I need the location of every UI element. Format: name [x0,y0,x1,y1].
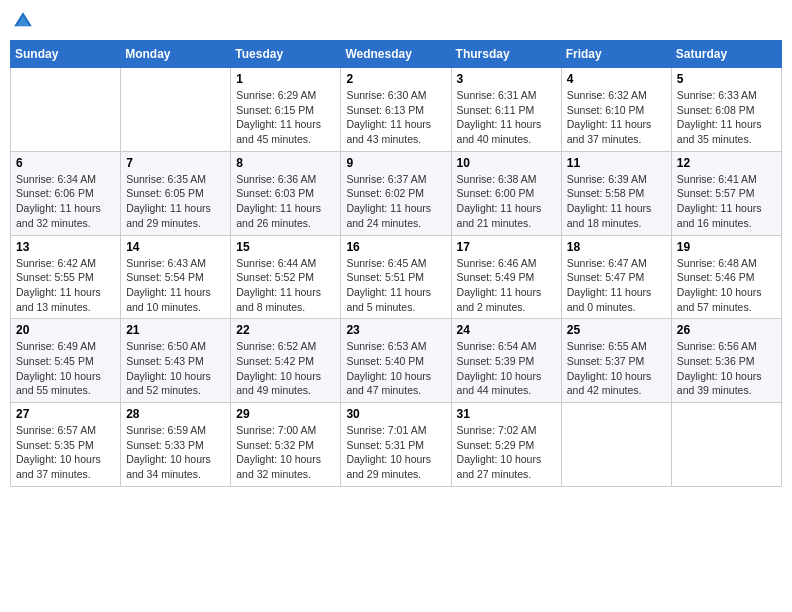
calendar-cell [561,403,671,487]
weekday-header: Sunday [11,41,121,68]
day-info: Sunrise: 6:36 AMSunset: 6:03 PMDaylight:… [236,172,335,231]
calendar-cell: 25 Sunrise: 6:55 AMSunset: 5:37 PMDaylig… [561,319,671,403]
day-number: 23 [346,323,445,337]
day-info: Sunrise: 6:30 AMSunset: 6:13 PMDaylight:… [346,88,445,147]
day-info: Sunrise: 6:48 AMSunset: 5:46 PMDaylight:… [677,256,776,315]
day-number: 7 [126,156,225,170]
day-info: Sunrise: 6:44 AMSunset: 5:52 PMDaylight:… [236,256,335,315]
calendar-cell: 17 Sunrise: 6:46 AMSunset: 5:49 PMDaylig… [451,235,561,319]
calendar-cell: 11 Sunrise: 6:39 AMSunset: 5:58 PMDaylig… [561,151,671,235]
calendar-cell: 23 Sunrise: 6:53 AMSunset: 5:40 PMDaylig… [341,319,451,403]
day-info: Sunrise: 6:55 AMSunset: 5:37 PMDaylight:… [567,339,666,398]
day-number: 16 [346,240,445,254]
calendar-cell: 10 Sunrise: 6:38 AMSunset: 6:00 PMDaylig… [451,151,561,235]
day-info: Sunrise: 7:01 AMSunset: 5:31 PMDaylight:… [346,423,445,482]
calendar-cell: 19 Sunrise: 6:48 AMSunset: 5:46 PMDaylig… [671,235,781,319]
day-info: Sunrise: 6:39 AMSunset: 5:58 PMDaylight:… [567,172,666,231]
day-info: Sunrise: 6:57 AMSunset: 5:35 PMDaylight:… [16,423,115,482]
weekday-header: Tuesday [231,41,341,68]
day-info: Sunrise: 6:53 AMSunset: 5:40 PMDaylight:… [346,339,445,398]
day-info: Sunrise: 6:37 AMSunset: 6:02 PMDaylight:… [346,172,445,231]
day-number: 17 [457,240,556,254]
day-info: Sunrise: 6:42 AMSunset: 5:55 PMDaylight:… [16,256,115,315]
calendar-cell: 15 Sunrise: 6:44 AMSunset: 5:52 PMDaylig… [231,235,341,319]
day-info: Sunrise: 6:45 AMSunset: 5:51 PMDaylight:… [346,256,445,315]
day-info: Sunrise: 6:50 AMSunset: 5:43 PMDaylight:… [126,339,225,398]
day-number: 27 [16,407,115,421]
day-number: 19 [677,240,776,254]
day-number: 3 [457,72,556,86]
calendar-cell: 12 Sunrise: 6:41 AMSunset: 5:57 PMDaylig… [671,151,781,235]
calendar-cell: 26 Sunrise: 6:56 AMSunset: 5:36 PMDaylig… [671,319,781,403]
calendar-cell: 6 Sunrise: 6:34 AMSunset: 6:06 PMDayligh… [11,151,121,235]
day-info: Sunrise: 6:52 AMSunset: 5:42 PMDaylight:… [236,339,335,398]
calendar-cell: 31 Sunrise: 7:02 AMSunset: 5:29 PMDaylig… [451,403,561,487]
day-number: 13 [16,240,115,254]
day-number: 10 [457,156,556,170]
logo [10,10,38,32]
day-number: 29 [236,407,335,421]
logo-icon [12,10,34,32]
day-info: Sunrise: 6:41 AMSunset: 5:57 PMDaylight:… [677,172,776,231]
day-info: Sunrise: 7:02 AMSunset: 5:29 PMDaylight:… [457,423,556,482]
calendar-cell: 7 Sunrise: 6:35 AMSunset: 6:05 PMDayligh… [121,151,231,235]
calendar-cell [11,68,121,152]
calendar-cell: 27 Sunrise: 6:57 AMSunset: 5:35 PMDaylig… [11,403,121,487]
day-info: Sunrise: 6:34 AMSunset: 6:06 PMDaylight:… [16,172,115,231]
day-number: 28 [126,407,225,421]
day-number: 12 [677,156,776,170]
calendar-cell: 20 Sunrise: 6:49 AMSunset: 5:45 PMDaylig… [11,319,121,403]
day-number: 20 [16,323,115,337]
calendar-cell: 30 Sunrise: 7:01 AMSunset: 5:31 PMDaylig… [341,403,451,487]
day-number: 31 [457,407,556,421]
day-number: 8 [236,156,335,170]
day-info: Sunrise: 6:29 AMSunset: 6:15 PMDaylight:… [236,88,335,147]
calendar-cell [671,403,781,487]
day-number: 5 [677,72,776,86]
day-number: 15 [236,240,335,254]
calendar-cell: 13 Sunrise: 6:42 AMSunset: 5:55 PMDaylig… [11,235,121,319]
calendar-cell: 21 Sunrise: 6:50 AMSunset: 5:43 PMDaylig… [121,319,231,403]
day-number: 22 [236,323,335,337]
day-info: Sunrise: 6:49 AMSunset: 5:45 PMDaylight:… [16,339,115,398]
weekday-header: Thursday [451,41,561,68]
weekday-header: Saturday [671,41,781,68]
page-header [10,10,782,32]
day-number: 25 [567,323,666,337]
day-info: Sunrise: 6:33 AMSunset: 6:08 PMDaylight:… [677,88,776,147]
day-info: Sunrise: 6:56 AMSunset: 5:36 PMDaylight:… [677,339,776,398]
day-info: Sunrise: 6:38 AMSunset: 6:00 PMDaylight:… [457,172,556,231]
calendar-cell: 1 Sunrise: 6:29 AMSunset: 6:15 PMDayligh… [231,68,341,152]
day-number: 4 [567,72,666,86]
calendar-cell: 5 Sunrise: 6:33 AMSunset: 6:08 PMDayligh… [671,68,781,152]
calendar-cell: 29 Sunrise: 7:00 AMSunset: 5:32 PMDaylig… [231,403,341,487]
calendar-cell: 16 Sunrise: 6:45 AMSunset: 5:51 PMDaylig… [341,235,451,319]
calendar-cell: 18 Sunrise: 6:47 AMSunset: 5:47 PMDaylig… [561,235,671,319]
calendar-cell: 8 Sunrise: 6:36 AMSunset: 6:03 PMDayligh… [231,151,341,235]
day-info: Sunrise: 6:32 AMSunset: 6:10 PMDaylight:… [567,88,666,147]
day-number: 14 [126,240,225,254]
calendar-cell: 22 Sunrise: 6:52 AMSunset: 5:42 PMDaylig… [231,319,341,403]
day-info: Sunrise: 6:46 AMSunset: 5:49 PMDaylight:… [457,256,556,315]
calendar-cell: 14 Sunrise: 6:43 AMSunset: 5:54 PMDaylig… [121,235,231,319]
calendar-cell: 4 Sunrise: 6:32 AMSunset: 6:10 PMDayligh… [561,68,671,152]
day-number: 11 [567,156,666,170]
day-number: 24 [457,323,556,337]
calendar-cell [121,68,231,152]
calendar-cell: 24 Sunrise: 6:54 AMSunset: 5:39 PMDaylig… [451,319,561,403]
calendar-cell: 9 Sunrise: 6:37 AMSunset: 6:02 PMDayligh… [341,151,451,235]
calendar-cell: 28 Sunrise: 6:59 AMSunset: 5:33 PMDaylig… [121,403,231,487]
weekday-header: Wednesday [341,41,451,68]
day-number: 1 [236,72,335,86]
calendar-header: SundayMondayTuesdayWednesdayThursdayFrid… [11,41,782,68]
calendar-table: SundayMondayTuesdayWednesdayThursdayFrid… [10,40,782,487]
day-number: 6 [16,156,115,170]
day-number: 18 [567,240,666,254]
day-info: Sunrise: 6:43 AMSunset: 5:54 PMDaylight:… [126,256,225,315]
day-number: 30 [346,407,445,421]
day-number: 21 [126,323,225,337]
weekday-header: Monday [121,41,231,68]
day-info: Sunrise: 6:35 AMSunset: 6:05 PMDaylight:… [126,172,225,231]
day-number: 2 [346,72,445,86]
day-number: 26 [677,323,776,337]
